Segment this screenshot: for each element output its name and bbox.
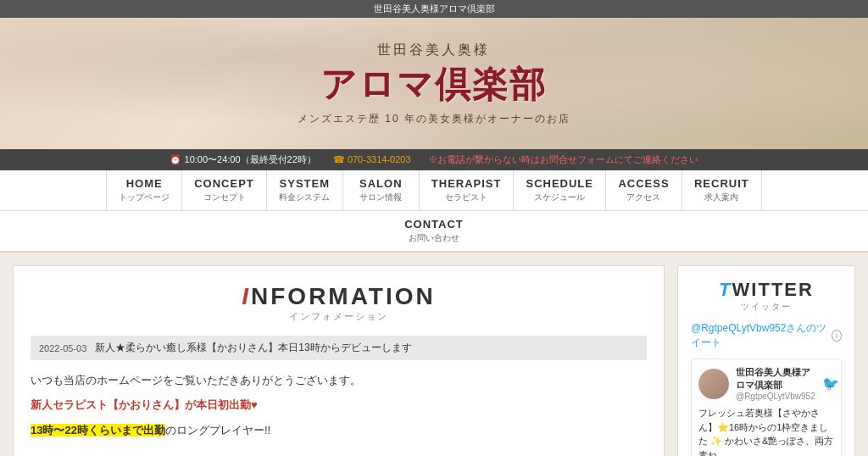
hero-content: 世田谷美人奥様 アロマ倶楽部 メンズエステ歴 10 年の美女奥様がオーナーのお店 [298,42,570,126]
tweet-card: 世田谷美人奥様アロマ倶楽部 @RgtpeQLytVbw952 🐦 フレッシュ若奥… [691,359,842,456]
twitter-handle-text: @RgtpeQLytVbw952さんのツイート [691,321,828,350]
nav-schedule-en: SCHEDULE [526,177,593,190]
info-bar: ⏰ 10:00〜24:00（最終受付22時） ☎ 070-3314-0203 ※… [0,149,868,170]
twitter-handle-link[interactable]: @RgtpeQLytVbw952さんのツイート i [691,321,842,350]
information-title-ja: インフォメーション [31,310,647,323]
nav-salon-en: SALON [359,177,403,190]
nav-home[interactable]: HOME トップページ [106,170,182,210]
nav-access[interactable]: ACCESS アクセス [606,170,682,210]
nav-schedule-ja: スケジュール [534,192,585,203]
nav-concept[interactable]: CONCEPT コンセプト [182,170,267,210]
phone-text[interactable]: ☎ 070-3314-0203 [333,154,411,165]
info-line3: 13時〜22時くらいまで出勤のロングプレイヤー!! [31,420,647,440]
news-date: 2022-05-03 [39,343,86,353]
nav-row2: CONTACT お問い合わせ [0,211,868,253]
nav-recruit[interactable]: RECRUIT 求人案内 [682,170,762,210]
nav-therapist[interactable]: THERAPIST セラピスト [420,170,515,210]
warning-text: ※お電話が繋がらない時はお問合せフォームにてご連絡ください [428,153,698,166]
hero-section: 世田谷美人奥様 アロマ倶楽部 メンズエステ歴 10 年の美女奥様がオーナーのお店 [0,18,868,149]
nav-salon[interactable]: SALON サロン情報 [343,170,420,210]
info-body: いつも当店のホームページをご覧いただきありがとうございます。 新人セラピスト【か… [31,370,647,440]
nav-contact-en: CONTACT [404,218,464,231]
info-heart: ♥ [251,398,258,411]
information-title: INFORMATION インフォメーション [31,283,647,323]
tweet-star1: ⭐ [717,422,729,432]
news-item[interactable]: 2022-05-03 新人★柔らかい癒し系様【かおりさん】本日13時からデビュー… [31,336,647,360]
info-line3-yellow: 13時〜22時くらいまで出勤 [31,424,165,437]
tweet-account-name: 世田谷美人奥様アロマ倶楽部 [736,366,815,392]
twitter-bird-icon: 🐦 [822,375,839,392]
information-first-letter: I [242,283,251,309]
tweet-account-handle: @RgtpeQLytVbw952 [736,392,815,401]
twitter-title: TWITTER ツイッター [691,279,842,313]
hero-title-small: 世田谷美人奥様 [298,42,570,59]
twitter-first-letter: T [719,279,732,300]
hero-subtitle: メンズエステ歴 10 年の美女奥様がオーナーのお店 [298,112,570,126]
tweet-body: フレッシュ若奥様【さやかさん】⭐16時からの1枠空きました ✨ かわいさ&艶っぽ… [698,406,834,456]
nav-schedule[interactable]: SCHEDULE スケジュール [514,170,606,210]
top-bar-text: 世田谷美人奥様アロマ倶楽部 [374,3,495,14]
nav-therapist-en: THERAPIST [431,177,502,190]
main-nav: HOME トップページ CONCEPT コンセプト SYSTEM 料金システム … [0,170,868,211]
twitter-title-en: TWITTER [691,279,842,301]
tweet-star2: ✨ [710,436,722,446]
information-title-rest: NFORMATION [251,283,436,309]
nav-access-en: ACCESS [618,177,669,190]
main-area: INFORMATION インフォメーション 2022-05-03 新人★柔らかい… [0,253,868,456]
tweet-header: 世田谷美人奥様アロマ倶楽部 @RgtpeQLytVbw952 🐦 [698,366,834,401]
twitter-title-rest: WITTER [732,279,814,300]
nav-concept-ja: コンセプト [203,192,246,203]
nav-recruit-en: RECRUIT [694,177,749,190]
news-text: 新人★柔らかい癒し系様【かおりさん】本日13時からデビューします [95,341,411,355]
info-line3-rest: のロングプレイヤー!! [165,424,270,437]
nav-system-en: SYSTEM [280,177,330,190]
information-title-en: INFORMATION [31,283,647,310]
nav-therapist-ja: セラピスト [445,192,487,203]
info-line2: 新人セラピスト【かおりさん】が本日初出勤♥ [31,395,647,414]
tweet-user: 世田谷美人奥様アロマ倶楽部 @RgtpeQLytVbw952 [736,366,815,401]
top-bar: 世田谷美人奥様アロマ倶楽部 [0,0,868,18]
nav-concept-en: CONCEPT [194,177,254,190]
info-line2-text: 新人セラピスト【かおりさん】が本日初出勤 [31,398,251,411]
hero-title-main: アロマ倶楽部 [298,61,570,108]
nav-system[interactable]: SYSTEM 料金システム [267,170,343,210]
twitter-title-ja: ツイッター [691,301,842,313]
nav-salon-ja: サロン情報 [359,192,402,203]
hours-text: ⏰ 10:00〜24:00（最終受付22時） [170,153,315,166]
nav-recruit-ja: 求人案内 [704,192,738,203]
tweet-avatar [698,369,729,399]
nav-contact-ja: お問い合わせ [409,232,459,244]
left-content: INFORMATION インフォメーション 2022-05-03 新人★柔らかい… [13,265,665,456]
nav-contact[interactable]: CONTACT お問い合わせ [379,211,489,251]
info-icon: i [832,330,842,342]
nav-system-ja: 料金システム [279,192,330,203]
nav-home-ja: トップページ [119,192,170,203]
nav-home-en: HOME [126,177,163,190]
info-line1: いつも当店のホームページをご覧いただきありがとうございます。 [31,370,647,390]
right-sidebar: TWITTER ツイッター @RgtpeQLytVbw952さんのツイート i … [677,265,855,456]
nav-access-ja: アクセス [626,192,660,203]
